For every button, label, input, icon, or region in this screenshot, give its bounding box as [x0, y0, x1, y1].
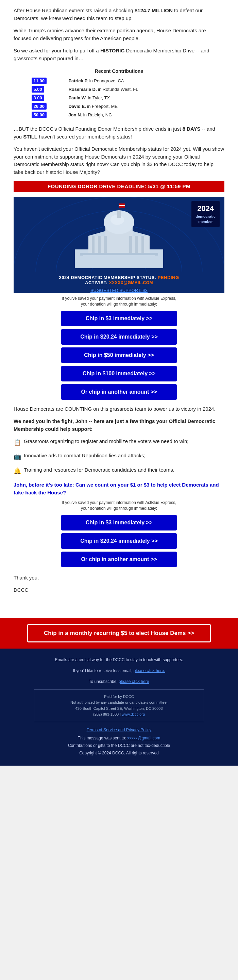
svg-rect-7	[80, 253, 158, 256]
svg-rect-11	[98, 236, 101, 253]
rc-amount: 3.00	[32, 95, 44, 101]
bullet-text-1: Innovative ads to combat Republican lies…	[24, 452, 146, 460]
rc-amount: 11.00	[32, 78, 47, 84]
content-body: After House Republican extremists raised…	[0, 0, 238, 611]
rc-name: Patrick P. in Penngrove, CA	[66, 76, 208, 85]
membership-status-value: PENDING	[158, 275, 179, 280]
donation-buttons-section2: Chip in $3 immediately >> Chip in $20.24…	[14, 515, 224, 567]
footer-phone-text: (202) 863-1500 |	[93, 712, 122, 716]
badge-year: 2024	[195, 204, 216, 214]
signature: DCCC	[14, 586, 224, 594]
still-bold: STILL	[23, 134, 37, 140]
capitol-section: 2024 democratic member	[14, 197, 224, 293]
tv-icon: 📺	[14, 452, 21, 461]
para3-pre: So we asked for your help to pull off a	[14, 48, 100, 53]
rc-name: Jon N. in Raleigh, NC	[66, 111, 208, 119]
rc-title: Recent Contributions	[30, 68, 209, 74]
footer-line1: Emails are a crucial way for the DCCC to…	[14, 657, 224, 663]
activist-label: ACTIVIST:	[85, 280, 108, 285]
footer-not-auth: Not authorized by any candidate or candi…	[40, 700, 198, 706]
rc-amount: 5.00	[32, 86, 44, 92]
amount-bold: $124.7 MILLION	[135, 8, 173, 13]
days-bold: 8 DAYS	[182, 126, 201, 132]
intro-para1-text: After House Republican extremists raised…	[14, 8, 135, 13]
badge-line2: member	[195, 219, 216, 224]
rc-table: 11.00 Patrick P. in Penngrove, CA 5.00 R…	[30, 76, 209, 119]
bold-support-para: We need you in the fight, John -- here a…	[14, 417, 224, 433]
rc-name: Paula W. in Tyler, TX	[66, 94, 208, 102]
footer-terms: Terms of Service and Privacy Policy	[14, 727, 224, 733]
monthly-cta-section: Chip in a monthly recurring $5 to elect …	[0, 618, 238, 649]
intro-para1: After House Republican extremists raised…	[14, 7, 224, 22]
footer-less-email-link[interactable]: please click here.	[133, 668, 165, 673]
rc-row: 3.00 Paula W. in Tyler, TX	[30, 94, 209, 102]
svg-rect-8	[83, 255, 155, 258]
rc-row: 11.00 Patrick P. in Penngrove, CA	[30, 76, 209, 85]
svg-rect-20	[117, 211, 121, 218]
counting-para: House Democrats are COUNTING on this gra…	[14, 405, 224, 413]
donation-buttons-section1: Chip in $3 immediately >> Chip in $20.24…	[14, 311, 224, 400]
bullet-organizing: 📋 Grassroots organizing to register and …	[14, 438, 224, 447]
footer-website-link[interactable]: www.dccc.org	[122, 712, 145, 716]
rc-amount: 50.00	[32, 111, 47, 118]
member-badge: 2024 democratic member	[191, 201, 220, 227]
para4-cont2: haven't secured your membership status!	[37, 134, 132, 140]
rc-row: 50.00 Jon N. in Raleigh, NC	[30, 111, 209, 119]
footer-tax: Contributions or gifts to the DCCC are n…	[14, 743, 224, 749]
bullet-text-2: Training and resources for Democratic ca…	[24, 466, 175, 474]
rc-name: David E. in Freeport, ME	[66, 102, 208, 111]
historic-bold: HISTORIC	[100, 48, 124, 53]
cta-link[interactable]: John, before it's too late: Can we count…	[14, 481, 224, 496]
svg-rect-9	[89, 236, 149, 253]
chip-2024-btn-2[interactable]: Chip in $20.24 immediately >>	[61, 533, 177, 549]
deadline-banner: FOUNDING DONOR DRIVE DEADLINE: 5/31 @ 11…	[14, 181, 224, 192]
svg-rect-14	[135, 236, 138, 253]
recent-contributions: Recent Contributions 11.00 Patrick P. in…	[30, 68, 209, 119]
rc-name: Rosemarie D. in Rotunda West, FL	[66, 85, 208, 94]
bullet-text-0: Grassroots organizing to register and mo…	[24, 438, 188, 445]
intro-para2: While Trump's cronies advance their extr…	[14, 27, 224, 42]
svg-rect-12	[104, 236, 107, 253]
footer-phone: (202) 863-1500 | www.dccc.org	[40, 711, 198, 718]
footer-unsubscribe-link[interactable]: please click here	[119, 679, 149, 684]
membership-para: …BUT the DCCC's Official Founding Donor …	[14, 125, 224, 140]
svg-rect-24	[119, 206, 125, 208]
rc-amount: 26.00	[32, 103, 47, 110]
membership-status-bar: 2024 DEMOCRATIC MEMBERSHIP STATUS: PENDI…	[14, 272, 224, 287]
clipboard-icon: 📋	[14, 438, 21, 447]
footer-unsubscribe-pre: To unsubscribe,	[89, 679, 119, 684]
bullet-ads: 📺 Innovative ads to combat Republican li…	[14, 452, 224, 461]
email-container: After House Republican extremists raised…	[0, 0, 238, 765]
rc-row: 26.00 David E. in Freeport, ME	[30, 102, 209, 111]
commitment-para: You haven't activated your Official Demo…	[14, 145, 224, 176]
footer-less-email-pre: If you'd like to receive less email,	[73, 668, 133, 673]
footer-line2: If you'd like to receive less email, ple…	[14, 668, 224, 674]
capitol-image: 2024 democratic member	[14, 197, 224, 272]
footer-terms-link[interactable]: Terms of Service and Privacy Policy	[87, 727, 152, 732]
activist-email: XXXXX@GMAIL.COM	[109, 280, 153, 285]
suggested-support-link[interactable]: SUGGESTED SUPPORT: $3	[14, 288, 224, 293]
rc-row: 5.00 Rosemarie D. in Rotunda West, FL	[30, 85, 209, 94]
chip-3-btn-2[interactable]: Chip in $3 immediately >>	[61, 515, 177, 530]
para4-text: …BUT the DCCC's Official Founding Donor …	[14, 126, 182, 132]
footer-legal-box: Paid for by DCCC Not authorized by any c…	[34, 689, 204, 722]
svg-rect-15	[141, 236, 144, 253]
footer-sent-email[interactable]: xxxxx@gmail.com	[127, 736, 160, 740]
badge-line1: democratic	[195, 214, 216, 219]
footer: Emails are a crucial way for the DCCC to…	[0, 649, 238, 765]
chip-100-btn-1[interactable]: Chip in $100 immediately >>	[61, 366, 177, 382]
actblue-note-2: If you've saved your payment information…	[14, 500, 224, 511]
chip-other-btn-1[interactable]: Or chip in another amount >>	[61, 384, 177, 400]
actblue-note-1: If you've saved your payment information…	[14, 296, 224, 307]
svg-rect-13	[129, 236, 132, 253]
chip-2024-btn-1[interactable]: Chip in $20.24 immediately >>	[61, 329, 177, 345]
thanks-line: Thank you,	[14, 574, 224, 582]
monthly-cta-button[interactable]: Chip in a monthly recurring $5 to elect …	[27, 624, 211, 643]
chip-3-btn-1[interactable]: Chip in $3 immediately >>	[61, 311, 177, 326]
footer-line3: To unsubscribe, please click here	[14, 679, 224, 685]
chip-other-btn-2[interactable]: Or chip in another amount >>	[61, 552, 177, 567]
chip-50-btn-1[interactable]: Chip in $50 immediately >>	[61, 347, 177, 363]
footer-sent-to: This message was sent to: xxxxx@gmail.co…	[14, 735, 224, 741]
footer-sent-pre: This message was sent to:	[78, 736, 127, 740]
footer-paid: Paid for by DCCC	[40, 694, 198, 700]
